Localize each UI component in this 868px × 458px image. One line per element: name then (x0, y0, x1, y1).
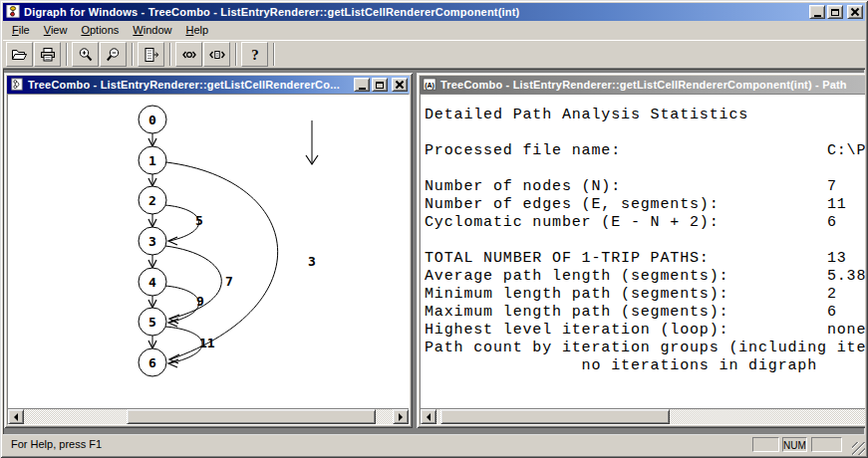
node-label: 6 (148, 355, 156, 370)
scroll-right-button[interactable] (393, 409, 409, 424)
digraph-close-button[interactable] (392, 78, 408, 92)
toolbar-separator (66, 43, 68, 66)
window-title: Digraph for Windows - TreeCombo - ListEn… (21, 6, 807, 18)
graph-arc-edge (164, 286, 199, 323)
edge-label: 7 (225, 274, 233, 289)
edge-arrowhead-icon (168, 237, 177, 245)
node-list-button[interactable] (138, 42, 164, 67)
arrow-left-icon (10, 413, 18, 421)
open-button[interactable] (6, 42, 33, 67)
toolbar-separator (169, 43, 171, 66)
node-label: 4 (148, 275, 156, 290)
maximize-icon (376, 82, 384, 89)
nav-prev-node-icon (181, 47, 197, 63)
digraph-canvas: 5791130123456 (8, 95, 407, 408)
digraph-minimize-button[interactable] (354, 78, 370, 92)
help-icon: ? (247, 47, 263, 63)
nav-next-node-icon (209, 47, 225, 63)
status-message: For Help, press F1 (11, 438, 102, 450)
path-stats-text: Detailed Path Analysis Statistics Proces… (421, 95, 865, 408)
maximize-icon (831, 9, 839, 16)
path-analysis-titlebar: (A) TreeCombo - ListEntryRenderer::getLi… (420, 76, 865, 94)
open-icon (11, 47, 28, 63)
prev-node-button[interactable] (175, 42, 202, 67)
next-node-button[interactable] (203, 42, 230, 67)
node-label: 3 (148, 234, 156, 249)
digraph-hscrollbar[interactable] (8, 408, 409, 424)
menu-file[interactable]: File (5, 22, 37, 39)
toolbar: ? (3, 40, 865, 69)
close-button[interactable] (847, 5, 863, 19)
toolbar-separator (132, 43, 134, 66)
analysis-document-icon: (A) (422, 78, 437, 92)
digraph-maximize-button[interactable] (372, 78, 388, 92)
toolbar-separator (273, 43, 275, 66)
svg-text:?: ? (251, 47, 259, 63)
scroll-left-button[interactable] (8, 409, 24, 424)
print-button[interactable] (34, 42, 61, 67)
print-icon (40, 47, 56, 63)
close-icon (396, 81, 404, 89)
close-icon (851, 8, 859, 16)
main-titlebar: Digraph for Windows - TreeCombo - ListEn… (3, 3, 865, 21)
edge-label: 3 (308, 254, 316, 269)
graph-area: 5791130123456 (8, 95, 409, 408)
node-label: 0 (148, 113, 156, 127)
minimize-icon (359, 88, 366, 90)
status-pane-scrl (811, 437, 842, 452)
status-pane-caps (752, 437, 779, 452)
zoom-out-button[interactable] (100, 42, 127, 67)
status-pane-num: NUM (782, 437, 807, 452)
menu-window[interactable]: Window (126, 22, 178, 39)
path-analysis-hscrollbar[interactable] (421, 408, 865, 424)
node-label: 1 (148, 153, 156, 168)
toolbar-separator (235, 43, 237, 66)
menu-view[interactable]: View (37, 22, 75, 39)
resize-grip-icon[interactable] (852, 442, 865, 455)
main-window: Digraph for Windows - TreeCombo - ListEn… (0, 0, 868, 458)
node-label: 2 (148, 193, 156, 208)
digraph-document-icon (9, 78, 25, 92)
arrow-left-icon (423, 413, 431, 421)
path-analysis-window-title: TreeCombo - ListEntryRenderer::getListCe… (437, 79, 865, 91)
scroll-thumb[interactable] (440, 409, 670, 424)
zoom-in-icon (78, 47, 94, 63)
graph-arc-edge (165, 246, 221, 319)
edge-label: 5 (195, 213, 203, 228)
node-list-icon (144, 47, 159, 63)
menu-help[interactable]: Help (178, 22, 215, 39)
minimize-button[interactable] (809, 5, 825, 19)
app-icon (5, 5, 21, 19)
zoom-in-button[interactable] (72, 42, 99, 67)
arrow-right-icon (399, 413, 407, 421)
node-label: 5 (148, 315, 156, 330)
scroll-thumb[interactable] (127, 409, 376, 424)
maximize-button[interactable] (827, 5, 843, 19)
digraph-window-title: TreeCombo - ListEntryRenderer::getListCe… (25, 79, 352, 91)
graph-arc-edge (164, 327, 202, 363)
edge-label: 9 (196, 294, 204, 309)
digraph-client: 5791130123456 (7, 94, 410, 425)
path-analysis-window: (A) TreeCombo - ListEntryRenderer::getLi… (417, 73, 865, 428)
path-analysis-client: Detailed Path Analysis Statistics Proces… (420, 94, 865, 425)
graph-arc-edge (164, 205, 199, 241)
svg-text:(A): (A) (425, 82, 434, 90)
digraph-window: TreeCombo - ListEntryRenderer::getListCe… (4, 73, 413, 428)
menu-bar: File View Options Window Help (3, 21, 865, 40)
digraph-titlebar: TreeCombo - ListEntryRenderer::getListCe… (7, 76, 410, 94)
help-button[interactable]: ? (241, 42, 268, 67)
scroll-left-button[interactable] (421, 409, 436, 424)
zoom-out-icon (106, 47, 122, 63)
minimize-icon (814, 15, 821, 17)
status-bar: For Help, press F1 NUM (3, 434, 865, 455)
mdi-workspace: TreeCombo - ListEntryRenderer::getListCe… (3, 69, 865, 434)
menu-options[interactable]: Options (74, 22, 126, 39)
